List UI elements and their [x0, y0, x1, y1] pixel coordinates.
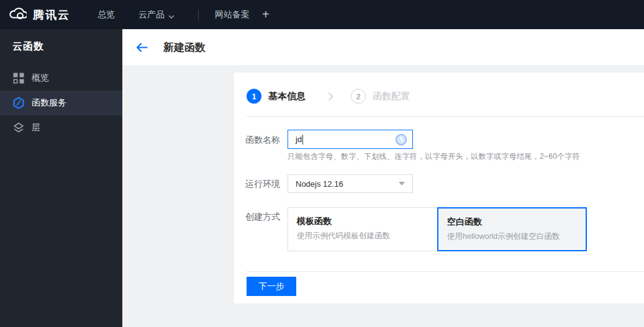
- step-1-circle: 1: [247, 89, 261, 104]
- page-header: 新建函数: [122, 29, 644, 65]
- creation-method-label: 创建方式: [245, 212, 280, 223]
- method-card-title: 模板函数: [297, 216, 429, 227]
- create-function-card: 1 基本信息 2 函数配置 函数名称 jd 只能: [234, 73, 644, 303]
- sidebar-menu: 概览 函数服务 层: [0, 66, 122, 140]
- method-card-blank-function[interactable]: 空白函数 使用helloworld示例创建空白函数: [437, 207, 587, 251]
- function-name-hint: 只能包含字母、数字、下划线、连字符，以字母开头，以数字或字母结尾，2~60个字符: [288, 151, 580, 162]
- runtime-label: 运行环境: [245, 179, 280, 190]
- sidebar-item-label: 函数服务: [32, 97, 66, 109]
- topnav-item-overview[interactable]: 总览: [98, 9, 115, 20]
- sidebar-item-overview[interactable]: 概览: [0, 66, 122, 91]
- brand-name: 腾讯云: [33, 7, 70, 22]
- step-chevron-icon: [328, 92, 333, 101]
- function-name-label: 函数名称: [245, 135, 280, 146]
- chevron-down-icon: [168, 11, 175, 20]
- topnav-item-icp-filing[interactable]: 网站备案: [215, 9, 250, 20]
- method-card-template-function[interactable]: 模板函数 使用示例代码模板创建函数: [288, 207, 437, 251]
- function-name-value: jd: [296, 135, 302, 144]
- topnav-separator: [198, 9, 199, 20]
- method-card-desc: 使用helloworld示例创建空白函数: [447, 231, 577, 242]
- overview-grid-icon: [12, 71, 25, 85]
- sidebar: 云函数 概览: [0, 29, 122, 327]
- add-tab-button[interactable]: +: [262, 7, 270, 22]
- function-service-hexagon-icon: [12, 96, 25, 110]
- app-root: 腾讯云 总览 云产品 网站备案 + 云函数: [0, 0, 644, 327]
- sidebar-item-label: 概览: [32, 73, 49, 84]
- name-checking-clock-icon: [395, 133, 407, 146]
- topnav-item-cloud-products[interactable]: 云产品: [138, 9, 175, 20]
- sidebar-item-function-service[interactable]: 函数服务: [0, 91, 122, 115]
- content-area: 1 基本信息 2 函数配置 函数名称 jd 只能: [122, 65, 644, 327]
- runtime-selected-value: Nodejs 12.16: [296, 179, 343, 189]
- topnav: 总览 云产品 网站备案 +: [98, 7, 270, 22]
- step-1-label: 基本信息: [268, 91, 306, 102]
- steps-divider: [247, 116, 644, 117]
- method-card-desc: 使用示例代码模板创建函数: [297, 231, 429, 241]
- sidebar-title: 云函数: [0, 29, 122, 53]
- function-name-input[interactable]: jd: [288, 130, 413, 149]
- method-card-title: 空白函数: [447, 217, 577, 228]
- topbar: 腾讯云 总览 云产品 网站备案 +: [0, 0, 644, 29]
- page-title: 新建函数: [163, 40, 206, 55]
- wizard-steps: 1 基本信息 2 函数配置: [247, 89, 410, 104]
- step-2-label: 函数配置: [373, 91, 410, 102]
- text-cursor: [302, 135, 303, 145]
- tencent-cloud-logo-icon: [8, 6, 27, 23]
- sidebar-item-layers[interactable]: 层: [0, 115, 122, 140]
- brand[interactable]: 腾讯云: [8, 6, 70, 23]
- select-caret-icon: [399, 182, 405, 186]
- creation-method-options: 模板函数 使用示例代码模板创建函数 空白函数 使用helloworld示例创建空…: [288, 207, 587, 251]
- back-arrow-icon[interactable]: [135, 42, 148, 53]
- layers-icon: [12, 121, 25, 135]
- step-2-circle: 2: [351, 89, 366, 104]
- runtime-select[interactable]: Nodejs 12.16: [288, 174, 413, 193]
- next-step-button[interactable]: 下一步: [247, 277, 296, 296]
- sidebar-item-label: 层: [32, 122, 40, 133]
- footer-divider: [247, 271, 644, 272]
